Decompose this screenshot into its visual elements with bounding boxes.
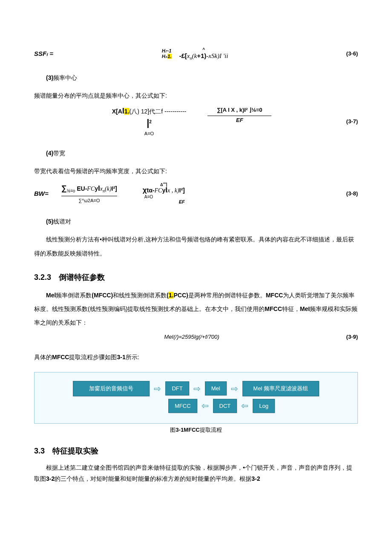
eq-3-8-lhs: BW= bbox=[34, 190, 49, 197]
figure-3-1-caption: 图3-1MFCC提取流程 bbox=[34, 426, 358, 434]
flow-box-mel-filterbank: Mel 频率尺度滤波器组 bbox=[242, 381, 319, 396]
eq-3-9-body: MeI(/)=2595lg(/+f/700) bbox=[60, 334, 324, 340]
equation-3-7: X[AI1.(八) 12]代二f ----------- |2 A=O ∑[A … bbox=[34, 107, 358, 136]
arrow-right-icon: ⇨ bbox=[231, 384, 238, 393]
flow-box-windowed-signal: 加窗后的音频信号 bbox=[73, 381, 150, 396]
item-4-heading: (4)带宽 bbox=[34, 146, 358, 160]
flow-box-mfcc: MFCC bbox=[168, 399, 197, 413]
arrow-right-icon: ⇨ bbox=[154, 384, 161, 393]
item-5-text: 线性预测分析方法有•种叫线谱对分析,这种方法和信号频谱包络的峰有紧密联系。具体的… bbox=[34, 232, 358, 260]
item-4-text: 带宽代表着信号频谱的平均频率宽度，其公式如下: bbox=[34, 164, 358, 178]
section-3-3-title: 3.3 特征提取实验 bbox=[34, 446, 358, 456]
eq-3-6-body: Hᵢ~1 Hᵢ-1. ^ -£[xn(k+1)-xSk)I 'ii bbox=[66, 47, 324, 61]
arrow-right-icon: ⇨ bbox=[193, 384, 201, 393]
equation-3-6: SSFᵢ = Hᵢ~1 Hᵢ-1. ^ -£[xn(k+1)-xSk)I 'ii… bbox=[34, 47, 358, 61]
document-page: SSFᵢ = Hᵢ~1 Hᵢ-1. ^ -£[xn(k+1)-xSk)I 'ii… bbox=[0, 0, 392, 514]
eq-3-6-number: (3-6) bbox=[324, 50, 358, 57]
section-3-2-3-p1: Mel频率倒谱系数(MFCC)和线性预测倒谱系数(1.PCC)是两种常用的倒谱特… bbox=[34, 288, 358, 330]
mfcc-flowchart: 加窗后的音频信号 ⇨ DFT ⇨ Mel ⇨ Mel 频率尺度滤波器组 MFCC… bbox=[34, 372, 358, 424]
flow-box-mel: Mel bbox=[205, 381, 227, 395]
eq-3-6-lhs: SSFᵢ = bbox=[34, 50, 53, 58]
equation-3-9: MeI(/)=2595lg(/+f/700) (3-9) bbox=[34, 334, 358, 340]
eq-3-7-right: ∑[A I X , k)I² ⌋⅛=0 EF bbox=[208, 107, 271, 123]
flow-box-dct: DCT bbox=[213, 399, 237, 413]
item-3-heading: (3)频率中心 bbox=[34, 71, 358, 84]
eq-3-7-left: X[AI1.(八) 12]代二f ----------- |2 A=O bbox=[112, 107, 187, 136]
eq-3-8-left: ∑⅛=o EU-FCyIxn(k)I²] ∑^ω2A=O bbox=[61, 184, 117, 203]
item-5-heading: (5)线谱对 bbox=[34, 215, 358, 228]
equation-3-8: BW= ∑⅛=o EU-FCyIxn(k)I²] ∑^ω2A=O ∆"'| χt… bbox=[34, 182, 358, 204]
section-3-2-3-p2: 具体的MFCC提取流程步骤如图3-1所示: bbox=[34, 350, 358, 364]
flow-box-log: Log bbox=[253, 399, 275, 413]
eq-3-8-number: (3-8) bbox=[324, 190, 358, 197]
arrow-left-icon: ⇦ bbox=[241, 401, 248, 410]
item-3-text: 频谱能量分布的平均点就是频率中心，其公式如下: bbox=[34, 89, 358, 102]
eq-3-9-number: (3-9) bbox=[324, 334, 358, 340]
eq-3-7-number: (3-7) bbox=[324, 118, 358, 125]
flow-box-dft: DFT bbox=[165, 381, 189, 395]
eq-3-8-right: ∆"'| χtα-FCyIx , k)I²] A=O EF bbox=[143, 182, 185, 204]
section-3-3-p1: 根据上述第二建立健全图书馆四的声音来做特征提取的实验，根据脚步声，•个门锁开关，… bbox=[34, 462, 358, 485]
section-3-2-3-title: 3.2.3 倒谱特征参数 bbox=[34, 272, 358, 282]
arrow-left-icon: ⇦ bbox=[202, 401, 209, 410]
